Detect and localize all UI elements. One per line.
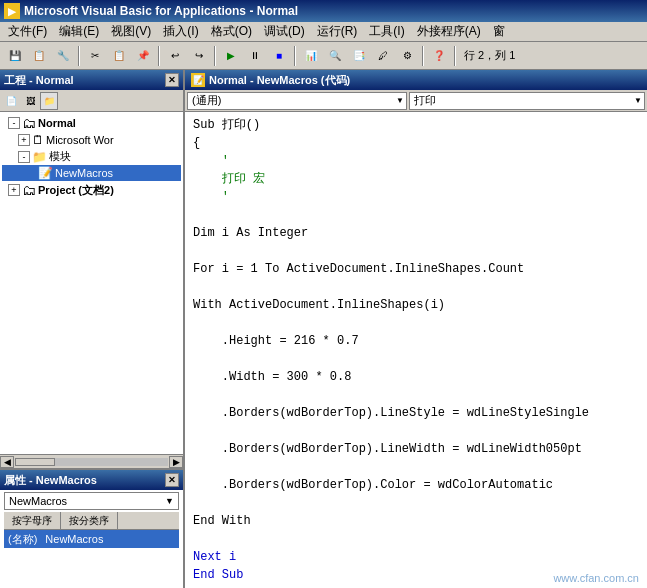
menu-edit[interactable]: 编辑(E) — [53, 22, 105, 41]
code-line-blank1 — [193, 206, 639, 224]
project-scrollbar-h[interactable]: ◀ ▶ — [0, 454, 183, 468]
toolbar-btn-extra[interactable]: 📊 — [300, 45, 322, 67]
code-line-8: With ActiveDocument.InlineShapes(i) — [193, 296, 639, 314]
tree-expand-normal[interactable]: - — [8, 117, 20, 129]
props-name-row: (名称) NewMacros — [4, 530, 179, 548]
toolbar-btn-extra2[interactable]: 🔍 — [324, 45, 346, 67]
tree-expand-modules[interactable]: - — [18, 151, 30, 163]
toolbar-save-btn[interactable]: 💾 — [4, 45, 26, 67]
code-selector-object-value: (通用) — [192, 93, 221, 108]
project-panel-header: 工程 - Normal ✕ — [0, 70, 183, 90]
menu-run[interactable]: 运行(R) — [311, 22, 364, 41]
toolbar-sep3 — [214, 46, 216, 66]
props-name-label: (名称) — [8, 532, 37, 547]
watermark: www.cfan.com.cn — [553, 572, 639, 584]
menu-tools[interactable]: 工具(I) — [363, 22, 410, 41]
scroll-left-btn[interactable]: ◀ — [0, 456, 14, 468]
right-panel: 📝 Normal - NewMacros (代码) (通用) ▼ 打印 ▼ Su… — [185, 70, 647, 588]
toolbar-position-label: 行 2，列 1 — [464, 48, 515, 63]
props-tab-alpha[interactable]: 按字母序 — [4, 512, 61, 529]
tree-item-modules[interactable]: - 📁 模块 — [2, 148, 181, 165]
code-selector-object[interactable]: (通用) ▼ — [187, 92, 407, 110]
menu-file[interactable]: 文件(F) — [2, 22, 53, 41]
code-line-12: .Borders(wdBorderTop).LineWidth = wdLine… — [193, 440, 639, 458]
code-editor-header: 📝 Normal - NewMacros (代码) — [185, 70, 647, 90]
menu-insert[interactable]: 插入(I) — [157, 22, 204, 41]
project-view-object-btn[interactable]: 🖼 — [21, 92, 39, 110]
code-line-7: For i = 1 To ActiveDocument.InlineShapes… — [193, 260, 639, 278]
code-selectors: (通用) ▼ 打印 ▼ — [185, 90, 647, 112]
code-line-2: { — [193, 134, 639, 152]
menu-view[interactable]: 视图(V) — [105, 22, 157, 41]
properties-panel: 属性 - NewMacros ✕ NewMacros ▼ 按字母序 按分类序 (… — [0, 468, 183, 588]
left-panel: 工程 - Normal ✕ 📄 🖼 📁 - 🗂 Normal + 🗒 Micro… — [0, 70, 185, 588]
title-bar: ▶ Microsoft Visual Basic for Application… — [0, 0, 647, 22]
tree-label-modules: 模块 — [49, 149, 71, 164]
menu-debug[interactable]: 调试(D) — [258, 22, 311, 41]
code-editor-area[interactable]: Sub 打印() { ' 打印 宏 ' Dim i As Integer For… — [185, 112, 647, 588]
project-panel-close[interactable]: ✕ — [165, 73, 179, 87]
toolbar-undo-btn[interactable]: ↩ — [164, 45, 186, 67]
properties-panel-header: 属性 - NewMacros ✕ — [0, 470, 183, 490]
toolbar-btn2[interactable]: 📋 — [28, 45, 50, 67]
properties-panel-title: 属性 - NewMacros — [4, 473, 97, 488]
code-selector-left-arrow: ▼ — [396, 96, 404, 105]
properties-content: NewMacros ▼ 按字母序 按分类序 (名称) NewMacros — [0, 490, 183, 588]
toolbar-btn3[interactable]: 🔧 — [52, 45, 74, 67]
code-line-blank10 — [193, 530, 639, 548]
tree-item-project2[interactable]: + 🗂 Project (文档2) — [2, 181, 181, 199]
project-toggle-folders-btn[interactable]: 📁 — [40, 92, 58, 110]
toolbar: 💾 📋 🔧 ✂ 📋 📌 ↩ ↪ ▶ ⏸ ■ 📊 🔍 📑 🖊 ⚙ ❓ 行 2，列 … — [0, 42, 647, 70]
tree-expand-msword[interactable]: + — [18, 134, 30, 146]
props-dropdown[interactable]: NewMacros ▼ — [4, 492, 179, 510]
tree-item-newmacros[interactable]: 📝 NewMacros — [2, 165, 181, 181]
code-line-blank8 — [193, 458, 639, 476]
scroll-track-h[interactable] — [15, 458, 168, 466]
code-line-blank4 — [193, 314, 639, 332]
code-selector-procedure[interactable]: 打印 ▼ — [409, 92, 645, 110]
code-line-15: Next i — [193, 548, 639, 566]
toolbar-help-btn[interactable]: ❓ — [428, 45, 450, 67]
code-line-6: Dim i As Integer — [193, 224, 639, 242]
tree-label-normal: Normal — [38, 117, 76, 129]
project-panel-toolbar: 📄 🖼 📁 — [0, 90, 183, 112]
code-selector-procedure-value: 打印 — [414, 93, 436, 108]
toolbar-btn-extra3[interactable]: 📑 — [348, 45, 370, 67]
tree-expand-project2[interactable]: + — [8, 184, 20, 196]
code-line-blank3 — [193, 278, 639, 296]
tree-item-normal[interactable]: - 🗂 Normal — [2, 114, 181, 132]
menu-window[interactable]: 窗 — [487, 22, 511, 41]
menu-format[interactable]: 格式(O) — [205, 22, 258, 41]
toolbar-btn-extra5[interactable]: ⚙ — [396, 45, 418, 67]
scroll-thumb-h[interactable] — [15, 458, 55, 466]
toolbar-btn-extra4[interactable]: 🖊 — [372, 45, 394, 67]
toolbar-stop-btn[interactable]: ■ — [268, 45, 290, 67]
project-view-code-btn[interactable]: 📄 — [2, 92, 20, 110]
properties-panel-close[interactable]: ✕ — [165, 473, 179, 487]
props-tab-category[interactable]: 按分类序 — [61, 512, 118, 529]
code-line-10: .Width = 300 * 0.8 — [193, 368, 639, 386]
menu-addins[interactable]: 外接程序(A) — [411, 22, 487, 41]
menu-bar: 文件(F) 编辑(E) 视图(V) 插入(I) 格式(O) 调试(D) 运行(R… — [0, 22, 647, 42]
code-line-4: 打印 宏 — [193, 170, 639, 188]
toolbar-sep2 — [158, 46, 160, 66]
tree-item-msword[interactable]: + 🗒 Microsoft Wor — [2, 132, 181, 148]
props-name-value: NewMacros — [45, 533, 103, 545]
toolbar-sep5 — [422, 46, 424, 66]
toolbar-sep4 — [294, 46, 296, 66]
toolbar-redo-btn[interactable]: ↪ — [188, 45, 210, 67]
toolbar-run-btn[interactable]: ▶ — [220, 45, 242, 67]
code-header-icon: 📝 — [191, 73, 205, 87]
props-dropdown-value: NewMacros — [9, 495, 67, 507]
tree-label-msword: Microsoft Wor — [46, 134, 114, 146]
scroll-right-btn[interactable]: ▶ — [169, 456, 183, 468]
toolbar-paste-btn[interactable]: 📌 — [132, 45, 154, 67]
code-line-14: End With — [193, 512, 639, 530]
toolbar-copy-btn[interactable]: 📋 — [108, 45, 130, 67]
toolbar-cut-btn[interactable]: ✂ — [84, 45, 106, 67]
code-selector-right-arrow: ▼ — [634, 96, 642, 105]
code-line-11: .Borders(wdBorderTop).LineStyle = wdLine… — [193, 404, 639, 422]
props-tabs: 按字母序 按分类序 — [4, 512, 179, 530]
toolbar-sep6 — [454, 46, 456, 66]
toolbar-pause-btn[interactable]: ⏸ — [244, 45, 266, 67]
